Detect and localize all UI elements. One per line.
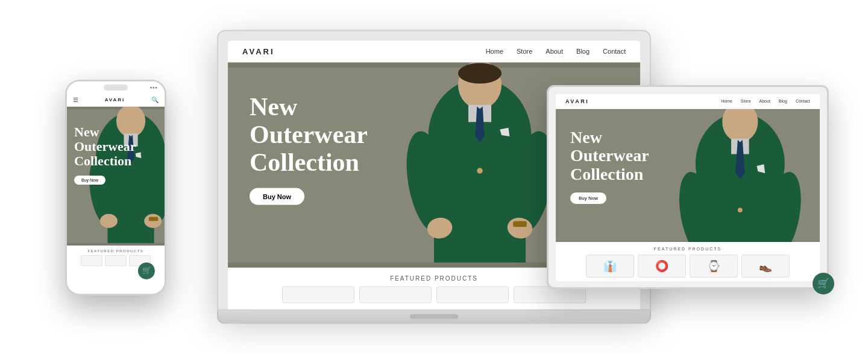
mobile-hero-title: New Outerwear Collection [74,124,136,168]
mobile-hero: New Outerwear Collection Buy Now [67,106,165,245]
laptop-base [217,310,651,323]
tablet-screen: AVARI Home Store About Blog Contact [556,94,820,281]
laptop-nav: AVARI Home Store About Blog Contact [228,40,640,62]
product-card-3 [436,286,509,303]
tablet-product-shoe: 👞 [741,254,790,277]
nav-home[interactable]: Home [486,48,503,55]
tablet-device: AVARI Home Store About Blog Contact [547,84,829,288]
tablet-product-watch: ⌚ [690,254,738,277]
tablet-hero: New Outerwear Collection Buy Now [556,109,820,241]
mobile-logo: AVARI [105,97,125,102]
tablet-outer: AVARI Home Store About Blog Contact [547,84,829,288]
mobile-outer: ●●● ☰ AVARI 🔍 [65,79,166,295]
tablet-featured-title: FEATURED PRODUCTS [565,246,810,250]
mobile-notch: ●●● [67,81,165,93]
nav-contact[interactable]: Contact [603,48,626,55]
mobile-hero-text: New Outerwear Collection Buy Now [74,124,136,185]
cart-icon-tablet: 🛒 [817,278,829,289]
tablet-hero-text: New Outerwear Collection Buy Now [570,128,649,203]
mobile-device: ●●● ☰ AVARI 🔍 [65,79,166,295]
mobile-product-card-1 [81,255,102,266]
svg-rect-37 [705,197,776,241]
nav-store[interactable]: Store [517,48,532,55]
svg-point-14 [477,168,483,174]
tablet-nav-store[interactable]: Store [741,99,751,103]
laptop-logo: AVARI [242,46,275,56]
svg-point-44 [738,208,743,212]
tablet-menu: Home Store About Blog Contact [721,99,810,103]
laptop-hero-text: New Outerwear Collection Buy Now [250,92,368,205]
nav-blog[interactable]: Blog [576,48,590,55]
tablet-product-shirt: 👔 [586,254,634,277]
tablet-products-row: 👔 ⭕ ⌚ 👞 [565,254,810,277]
tablet-cart-badge[interactable]: 🛒 [813,272,834,294]
search-icon[interactable]: 🔍 [151,96,159,103]
nav-about[interactable]: About [546,48,563,55]
tablet-buy-button[interactable]: Buy Now [570,192,606,204]
laptop-buy-button[interactable]: Buy Now [250,188,304,205]
hamburger-icon[interactable]: ☰ [73,96,78,103]
notch-pill [104,84,128,90]
mobile-product-card-2 [105,255,127,266]
tablet-nav-home[interactable]: Home [721,99,732,103]
tablet-logo: AVARI [565,98,589,104]
tablet-hero-title: New Outerwear Collection [570,128,649,183]
product-card-1 [282,286,354,303]
mobile-featured-title: FEATURED PRODUCTS [72,249,160,252]
tablet-featured: FEATURED PRODUCTS 👔 ⭕ ⌚ 👞 [556,241,820,281]
mobile-nav: ☰ AVARI 🔍 [67,93,165,106]
tablet-nav-contact[interactable]: Contact [796,99,810,103]
tablet-nav-about[interactable]: About [760,99,770,103]
product-card-2 [359,286,432,303]
tablet-nav-blog[interactable]: Blog [779,99,787,103]
svg-point-26 [100,214,118,227]
mobile-cart-badge[interactable]: 🛒 [138,262,155,279]
svg-rect-12 [513,221,527,227]
signal-icon: ●●● [149,84,157,89]
tablet-product-necklace: ⭕ [638,254,686,277]
cart-icon-mobile: 🛒 [142,266,151,275]
laptop-menu: Home Store About Blog Contact [486,48,626,55]
laptop-hero-title: New Outerwear Collection [250,92,368,176]
scene: AVARI Home Store About Blog Contact [0,0,868,353]
svg-point-15 [458,63,502,83]
mobile-buy-button[interactable]: Buy Now [74,176,105,185]
svg-rect-28 [149,217,158,221]
tablet-nav: AVARI Home Store About Blog Contact [556,94,820,109]
